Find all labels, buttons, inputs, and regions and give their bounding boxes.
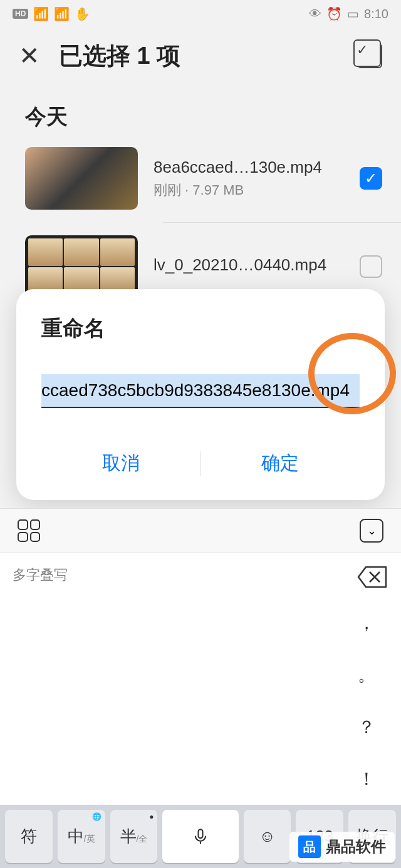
microphone-icon [192, 828, 209, 845]
section-today: 今天 [0, 84, 401, 141]
video-thumbnail [25, 147, 138, 210]
collapse-keyboard-icon[interactable]: ⌄ [360, 519, 383, 543]
punct-key[interactable]: ？ [358, 715, 375, 739]
battery-icon: ▭ [347, 6, 359, 21]
divider [163, 222, 401, 223]
punct-key[interactable]: 。 [358, 663, 375, 687]
confirm-button[interactable]: 确定 [201, 439, 360, 488]
emoji-key[interactable]: ☺ [244, 810, 291, 863]
clock-time: 8:10 [364, 7, 388, 21]
file-name: 8ea6ccaed…130e.mp4 [154, 158, 360, 177]
smile-icon: ☺ [259, 827, 276, 846]
language-key[interactable]: 🌐 中/英 [58, 810, 105, 863]
symbol-key[interactable]: 符 [5, 810, 53, 863]
dialog-title: 重命名 [41, 314, 360, 343]
file-row[interactable]: 8ea6ccaed…130e.mp4 刚刚 · 7.97 MB ✓ [0, 141, 401, 216]
cancel-button[interactable]: 取消 [41, 439, 200, 488]
wifi-icon: 📶 [54, 6, 70, 21]
keyboard-switch-icon[interactable] [18, 519, 40, 542]
width-key[interactable]: ● 半/全 [110, 810, 158, 863]
alarm-icon: ⏰ [326, 6, 342, 21]
page-title: 已选择 1 项 [59, 40, 357, 72]
handwriting-area[interactable]: 多字叠写 ， 。 ？ ！ [0, 553, 401, 805]
eye-icon: 👁 [309, 7, 321, 21]
watermark-icon: 品 [298, 835, 321, 858]
punct-key[interactable]: ， [358, 611, 375, 635]
dot-icon: ● [149, 812, 154, 821]
backspace-icon[interactable] [357, 566, 387, 588]
signal-icon: 📶 [33, 6, 49, 21]
voice-key[interactable] [162, 810, 238, 863]
watermark: 品 鼎品软件 [289, 832, 395, 862]
select-all-button[interactable]: ✓ [357, 43, 382, 68]
hd-badge: HD [13, 9, 28, 19]
file-checkbox[interactable] [360, 255, 382, 278]
status-bar: HD 📶 📶 ✋ 👁 ⏰ ▭ 8:10 [0, 0, 401, 28]
handwriting-hint: 多字叠写 [13, 566, 68, 585]
punctuation-column: ， 。 ？ ！ [348, 597, 385, 805]
file-meta: 刚刚 · 7.97 MB [154, 181, 360, 200]
header: ✕ 已选择 1 项 ✓ [0, 28, 401, 84]
rename-dialog: 重命名 取消 确定 [16, 289, 385, 500]
keyboard-toolbar: ⌄ [0, 508, 401, 553]
globe-icon: 🌐 [92, 812, 102, 821]
file-name: lv_0_20210…0440.mp4 [154, 255, 360, 275]
close-icon[interactable]: ✕ [19, 41, 40, 70]
rename-input[interactable] [41, 374, 360, 408]
video-thumbnail [25, 235, 138, 298]
file-checkbox[interactable]: ✓ [360, 167, 382, 190]
hand-icon: ✋ [75, 6, 90, 21]
punct-key[interactable]: ！ [358, 767, 375, 791]
